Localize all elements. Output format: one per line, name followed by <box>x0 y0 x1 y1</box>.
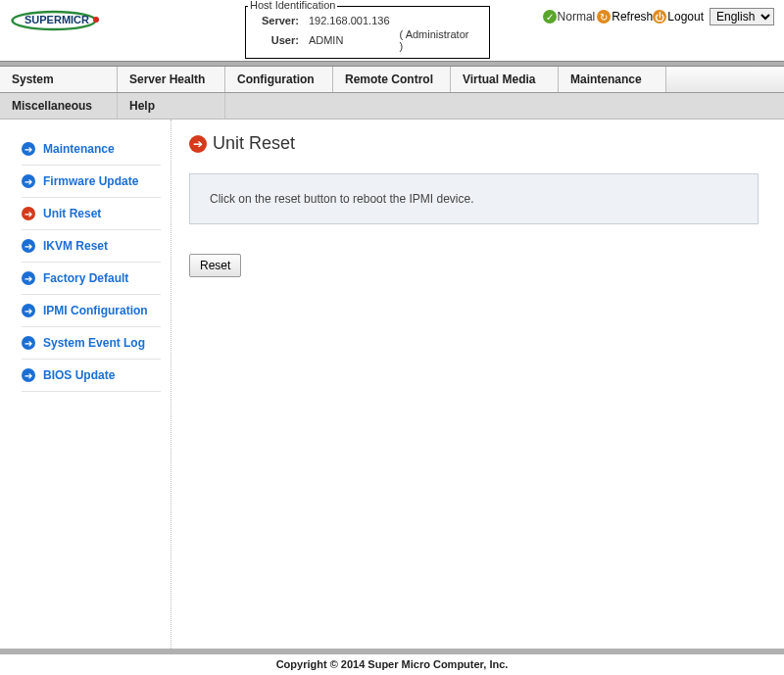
sidebar-label: Firmware Update <box>43 174 138 188</box>
sidebar-item-ipmi-configuration[interactable]: ➔ IPMI Configuration <box>22 295 161 327</box>
language-select[interactable]: English <box>710 8 774 25</box>
footer-copyright: Copyright © 2014 Super Micro Computer, I… <box>0 654 784 672</box>
menu-remote-control[interactable]: Remote Control <box>333 67 451 92</box>
sidebar: ➔ Maintenance ➔ Firmware Update ➔ Unit R… <box>0 120 172 649</box>
page-title: Unit Reset <box>213 133 295 154</box>
sidebar-label: Maintenance <box>43 142 115 156</box>
logout-icon[interactable]: ⏻ <box>653 10 666 24</box>
arrow-icon: ➔ <box>22 304 35 317</box>
user-role: ( Administrator ) <box>396 28 477 52</box>
sidebar-label: IPMI Configuration <box>43 304 148 317</box>
page-title-row: ➔ Unit Reset <box>189 133 759 154</box>
reset-button[interactable]: Reset <box>189 254 241 277</box>
arrow-icon: ➔ <box>22 142 35 156</box>
svg-text:SUPERMICR: SUPERMICR <box>24 14 89 25</box>
arrow-icon: ➔ <box>22 336 35 350</box>
sidebar-item-system-event-log[interactable]: ➔ System Event Log <box>22 327 161 360</box>
supermicro-logo: SUPERMICR <box>10 6 118 35</box>
sidebar-item-unit-reset[interactable]: ➔ Unit Reset <box>22 198 161 230</box>
host-id-legend: Host Identification <box>248 0 337 11</box>
sidebar-label: System Event Log <box>43 336 145 350</box>
server-label: Server: <box>258 15 303 26</box>
content-area: ➔ Maintenance ➔ Firmware Update ➔ Unit R… <box>0 120 784 649</box>
sidebar-label: BIOS Update <box>43 368 115 382</box>
user-value: ADMIN <box>305 28 394 52</box>
sidebar-item-firmware-update[interactable]: ➔ Firmware Update <box>22 166 161 198</box>
svg-point-2 <box>93 17 99 23</box>
arrow-icon: ➔ <box>22 174 35 188</box>
main-panel: ➔ Unit Reset Click on the reset button t… <box>172 120 784 649</box>
menu-configuration[interactable]: Configuration <box>225 67 333 92</box>
secondary-menu: Miscellaneous Help <box>0 93 784 120</box>
sidebar-item-ikvm-reset[interactable]: ➔ IKVM Reset <box>22 230 161 263</box>
arrow-icon: ➔ <box>22 239 35 253</box>
top-links: ✓ Normal ↻ Refresh ⏻ Logout English <box>543 8 774 25</box>
status-ok-icon: ✓ <box>543 10 557 24</box>
sidebar-item-bios-update[interactable]: ➔ BIOS Update <box>22 360 161 392</box>
menu-help[interactable]: Help <box>118 93 225 119</box>
menu-spacer <box>666 67 784 92</box>
sidebar-label: Unit Reset <box>43 207 101 220</box>
arrow-icon: ➔ <box>22 271 35 285</box>
user-label: User: <box>258 28 303 52</box>
menu-server-health[interactable]: Server Health <box>118 67 225 92</box>
sidebar-item-maintenance[interactable]: ➔ Maintenance <box>22 133 161 166</box>
sidebar-label: IKVM Reset <box>43 239 108 253</box>
refresh-icon[interactable]: ↻ <box>597 10 611 24</box>
logout-link[interactable]: Logout <box>667 10 704 24</box>
main-menu: System Server Health Configuration Remot… <box>0 67 784 93</box>
page-title-icon: ➔ <box>189 135 207 153</box>
server-value: 192.168.001.136 <box>305 15 394 26</box>
info-box: Click on the reset button to reboot the … <box>189 173 759 224</box>
menu-virtual-media[interactable]: Virtual Media <box>451 67 559 92</box>
page-header: SUPERMICR Host Identification Server: 19… <box>0 0 784 61</box>
refresh-link[interactable]: Refresh <box>612 10 653 24</box>
sidebar-item-factory-default[interactable]: ➔ Factory Default <box>22 263 161 295</box>
menu-system[interactable]: System <box>0 67 118 92</box>
menu-miscellaneous[interactable]: Miscellaneous <box>0 93 118 119</box>
sidebar-label: Factory Default <box>43 271 128 285</box>
arrow-icon: ➔ <box>22 368 35 382</box>
host-identification: Host Identification Server: 192.168.001.… <box>245 6 490 59</box>
status-label: Normal <box>558 10 596 24</box>
menu-maintenance[interactable]: Maintenance <box>559 67 666 92</box>
arrow-icon: ➔ <box>22 207 35 220</box>
